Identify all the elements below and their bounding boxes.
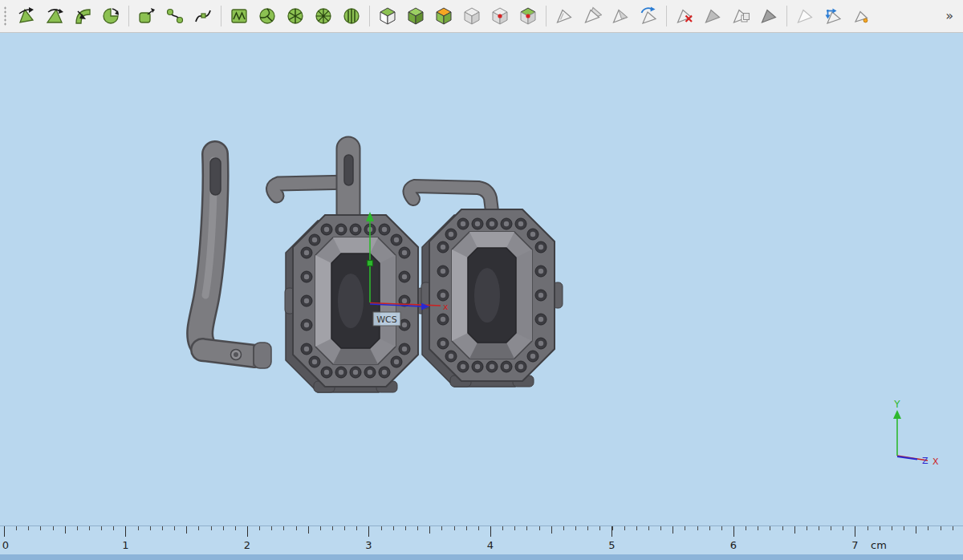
toolbar-separator (128, 6, 129, 26)
slice-pattern-icon[interactable] (338, 2, 365, 30)
box-orange-icon[interactable] (430, 2, 457, 30)
plane-copy-icon[interactable] (579, 2, 606, 30)
model-stone-setting-right[interactable] (409, 186, 563, 387)
plane-rotate-icon[interactable] (635, 2, 662, 30)
texture-wrap-icon[interactable] (226, 2, 253, 30)
radial-pattern-icon[interactable] (310, 2, 337, 30)
offset-region-icon[interactable] (133, 2, 160, 30)
box-edge-point-icon[interactable] (514, 2, 542, 30)
toolbar-separator (786, 6, 787, 26)
horizontal-ruler: 0 1 2 3 4 5 6 7 cm (0, 526, 963, 554)
wcs-label: WCS (376, 314, 397, 325)
flow-solid-icon[interactable] (41, 2, 68, 30)
blend-curves-icon[interactable] (161, 2, 189, 30)
ruler-label: 3 (365, 539, 372, 551)
ruler-label: 4 (487, 539, 494, 551)
model-stone-setting-left[interactable] (273, 148, 426, 392)
plane-fold-icon[interactable] (607, 2, 634, 30)
ruler-label: 5 (608, 539, 615, 551)
revolve-flow-icon[interactable] (97, 2, 124, 30)
ruler-label: 7 (851, 539, 858, 551)
triad-z-label: Z (922, 456, 928, 466)
flow-surface-icon[interactable] (13, 2, 40, 30)
plane-icon[interactable] (551, 2, 578, 30)
curve-handle-icon[interactable] (189, 2, 217, 30)
box-ghost-icon[interactable] (458, 2, 486, 30)
plane-transform-icon[interactable] (819, 2, 847, 30)
box-solid-icon[interactable] (402, 2, 429, 30)
toolbar-separator (221, 6, 221, 26)
plane-dark-icon[interactable] (755, 2, 782, 30)
wcs-x-axis-label: x (443, 302, 449, 312)
ruler-label: 6 (730, 539, 737, 551)
application-window: x WCS Y Z X (0, 0, 963, 560)
pinwheel-pattern-icon[interactable] (282, 2, 309, 30)
plane-outline-icon[interactable] (791, 2, 819, 30)
plane-duplicate-icon[interactable] (727, 2, 754, 30)
bottom-edge-strip (0, 554, 963, 560)
triad-y-label: Y (893, 399, 900, 410)
plane-delete-icon[interactable] (671, 2, 698, 30)
origin-point-marker[interactable] (368, 261, 373, 266)
bend-curve-icon[interactable] (69, 2, 96, 30)
plane-shaded-icon[interactable] (699, 2, 726, 30)
ruler-unit-label: cm (871, 539, 887, 551)
toolbar-separator (369, 6, 370, 26)
ruler-label: 2 (244, 539, 250, 551)
view-orientation-triad: Y Z X (893, 399, 939, 467)
toolbar-drag-handle[interactable] (3, 6, 7, 26)
viewport-3d[interactable]: x WCS Y Z X (0, 0, 963, 560)
box-center-point-icon[interactable] (486, 2, 514, 30)
model-clip-lever[interactable] (200, 154, 271, 368)
toolbar-overflow-button[interactable]: » (941, 2, 958, 30)
box-top-icon[interactable] (374, 2, 401, 30)
ruler-label: 1 (122, 539, 128, 551)
main-toolbar: » (0, 0, 963, 33)
toolbar-separator (546, 6, 547, 26)
ruler-label: 0 (2, 539, 9, 551)
swirl-pattern-icon[interactable] (254, 2, 281, 30)
triad-x-label: X (933, 457, 939, 467)
toolbar-separator (666, 6, 667, 26)
plane-accent-icon[interactable] (847, 2, 875, 30)
